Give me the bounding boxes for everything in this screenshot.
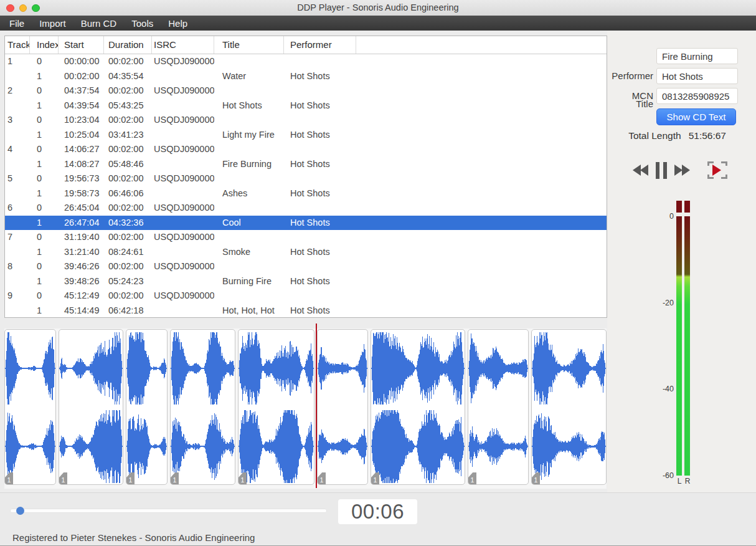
table-cell: 06:42:18	[104, 304, 152, 318]
table-cell: 19:58:73	[59, 186, 104, 201]
table-cell	[356, 274, 607, 289]
table-cell: 1	[30, 186, 59, 201]
table-row[interactable]: 9045:12:4900:02:00USQDJ0900009	[5, 289, 607, 304]
menu-bar: FileImportBurn CDToolsHelp	[0, 16, 756, 31]
table-row[interactable]: 2004:37:5400:02:00USQDJ0900002	[5, 84, 607, 98]
performer-field[interactable]	[656, 68, 738, 84]
table-cell	[284, 171, 356, 186]
table-cell: 45:14:49	[59, 304, 104, 318]
table-cell	[356, 186, 607, 201]
pause-button[interactable]	[656, 162, 667, 179]
table-row[interactable]: 6026:45:0400:02:00USQDJ0900006	[5, 201, 607, 216]
table-cell	[5, 274, 30, 289]
waveform-segment-track-4[interactable]: 1	[170, 329, 235, 485]
table-row[interactable]: 4014:06:2700:02:00USQDJ0900004	[5, 142, 607, 157]
table-cell: Hot Shots	[284, 304, 356, 318]
table-cell	[356, 98, 607, 113]
table-cell	[284, 289, 356, 304]
position-slider-thumb[interactable]	[16, 507, 24, 515]
table-cell: Hot Shots	[284, 216, 356, 231]
table-cell: 0	[30, 171, 59, 186]
waveform-segment-track-6[interactable]: 1	[317, 329, 368, 485]
waveform-tracks: 111111111	[4, 329, 607, 485]
waveform-segment-track-2[interactable]: 1	[59, 329, 123, 485]
table-cell: 7	[5, 230, 30, 245]
mcn-field[interactable]	[656, 88, 738, 104]
table-cell: 0	[30, 289, 59, 304]
column-header-performer[interactable]: Performer	[284, 36, 356, 54]
menu-item-burn-cd[interactable]: Burn CD	[81, 18, 117, 29]
table-cell: Fire Burning	[214, 157, 284, 172]
table-cell: Hot Shots	[284, 69, 356, 84]
table-row[interactable]: 104:39:5405:43:25Hot ShotsHot Shots	[5, 98, 607, 113]
column-header-index[interactable]: Index	[30, 36, 59, 54]
waveform-segment-track-7[interactable]: 1	[371, 329, 465, 485]
menu-item-import[interactable]: Import	[39, 18, 66, 29]
waveform-segment-track-5[interactable]: 1	[238, 329, 314, 485]
table-cell: Ashes	[214, 186, 284, 201]
table-cell: 00:02:00	[59, 69, 104, 84]
table-row[interactable]: 8039:46:2600:02:00USQDJ0900008	[5, 259, 607, 274]
transport-controls	[633, 160, 727, 180]
column-header-start[interactable]: Start	[59, 36, 104, 54]
table-row[interactable]: 145:14:4906:42:18Hot, Hot, HotHot Shots	[5, 304, 607, 318]
table-body: 1000:00:0000:02:00USQDJ0900001100:02:000…	[5, 54, 607, 318]
column-header-duration[interactable]: Duration	[104, 36, 152, 54]
track-list-table: TrackIndexStartDurationISRCTitlePerforme…	[4, 36, 607, 318]
position-slider-track[interactable]	[10, 509, 327, 513]
waveform-segment-track-1[interactable]: 1	[4, 329, 56, 485]
column-header-track[interactable]: Track	[5, 36, 30, 54]
table-header-row: TrackIndexStartDurationISRCTitlePerforme…	[5, 36, 607, 54]
table-cell	[152, 186, 214, 201]
table-row[interactable]: 119:58:7306:46:06AshesHot Shots	[5, 186, 607, 201]
menu-item-file[interactable]: File	[9, 18, 24, 29]
table-cell	[356, 128, 607, 143]
table-cell: 1	[30, 98, 59, 113]
column-header-isrc[interactable]: ISRC	[152, 36, 214, 54]
table-row[interactable]: 131:21:4008:24:61SmokeHot Shots	[5, 245, 607, 260]
fast-forward-button[interactable]	[674, 165, 690, 176]
table-row[interactable]: 5019:56:7300:02:00USQDJ0900005	[5, 171, 607, 186]
table-cell: 00:02:00	[104, 113, 152, 128]
title-field[interactable]	[656, 48, 738, 64]
table-cell	[356, 289, 607, 304]
table-row[interactable]: 110:25:0403:41:23Light my FireHot Shots	[5, 128, 607, 143]
table-cell: 6	[5, 201, 30, 216]
playhead-cursor[interactable]	[316, 323, 317, 488]
table-cell: Light my Fire	[214, 128, 284, 143]
table-cell	[152, 304, 214, 318]
table-cell: Hot Shots	[284, 128, 356, 143]
table-cell: 0	[30, 54, 59, 69]
show-cd-text-button[interactable]: Show CD Text	[656, 108, 736, 125]
table-cell	[356, 84, 607, 98]
play-marker-button[interactable]	[707, 161, 727, 179]
table-row[interactable]: 7031:19:4000:02:00USQDJ0900007	[5, 230, 607, 245]
table-cell: 04:37:54	[59, 84, 104, 98]
rewind-button[interactable]	[633, 165, 648, 176]
menu-item-tools[interactable]: Tools	[131, 18, 153, 29]
table-row[interactable]: 114:08:2705:48:46Fire BurningHot Shots	[5, 157, 607, 172]
meter-channel-label-right: R	[684, 477, 691, 486]
waveform-segment-track-8[interactable]: 1	[468, 329, 529, 485]
column-header-empty[interactable]	[356, 36, 607, 54]
table-cell: 5	[5, 171, 30, 186]
table-row[interactable]: 3010:23:0400:02:00USQDJ0900003	[5, 113, 607, 128]
menu-item-help[interactable]: Help	[168, 18, 187, 29]
table-cell: 04:32:36	[104, 216, 152, 231]
table-cell	[5, 245, 30, 260]
waveform-segment-track-9[interactable]: 1	[531, 329, 607, 485]
table-cell: 04:35:54	[104, 69, 152, 84]
table-row[interactable]: 1000:00:0000:02:00USQDJ0900001	[5, 54, 607, 69]
table-cell: USQDJ0900001	[152, 54, 214, 69]
table-cell	[214, 171, 284, 186]
column-header-title[interactable]: Title	[214, 36, 284, 54]
table-cell	[5, 128, 30, 143]
table-row[interactable]: 100:02:0004:35:54WaterHot Shots	[5, 69, 607, 84]
table-cell	[152, 245, 214, 260]
waveform-segment-track-3[interactable]: 1	[126, 329, 168, 485]
table-row-selected[interactable]: 126:47:0404:32:36CoolHot Shots	[5, 216, 607, 231]
table-cell: 05:24:23	[104, 274, 152, 289]
table-cell: 9	[5, 289, 30, 304]
table-row[interactable]: 139:48:2605:24:23Burning FireHot Shots	[5, 274, 607, 289]
table-cell: 45:12:49	[59, 289, 104, 304]
